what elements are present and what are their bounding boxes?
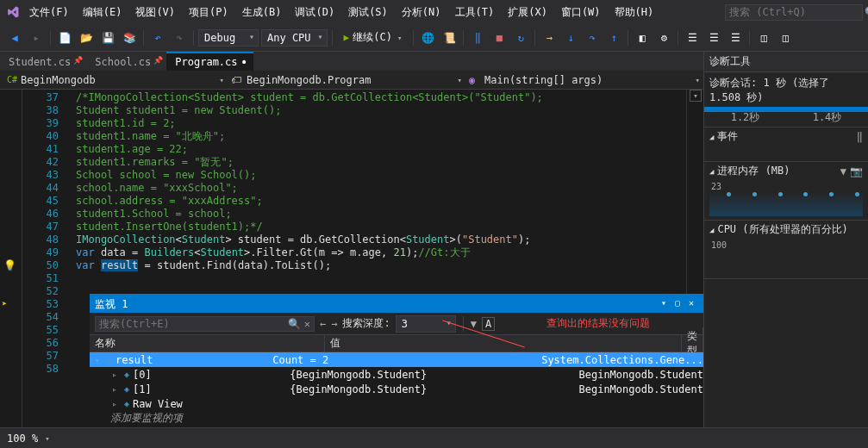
clear-icon[interactable]: ✕ (304, 318, 310, 330)
nav-back-button[interactable]: ◀ (5, 28, 24, 47)
save-all-button[interactable]: 📚 (120, 28, 139, 47)
continue-label: 继续(C) (353, 30, 392, 45)
new-project-button[interactable]: 📄 (55, 28, 74, 47)
events-pause-button[interactable]: ‖ (857, 131, 863, 143)
diag-timeline[interactable]: 1.2秒 1.4秒 (704, 109, 868, 128)
method-icon: ◉ (469, 74, 481, 86)
watch-row[interactable]: ▹◈[0]{BeginMongodb.Student}BeginMongodb.… (90, 367, 703, 382)
step-over-button[interactable]: ↷ (583, 28, 602, 47)
nav-project-combo[interactable]: C# BeginMongodb (3, 72, 228, 88)
watch-row[interactable]: ▿◈resultCount = 2System.Collections.Gene… (90, 352, 703, 367)
memory-chart[interactable]: 23 (709, 182, 863, 216)
menu-test[interactable]: 测试(S) (343, 3, 393, 22)
menu-tools[interactable]: 工具(T) (450, 3, 500, 22)
match-case-button[interactable]: A (482, 317, 495, 331)
menu-project[interactable]: 项目(P) (184, 3, 234, 22)
zoom-level[interactable]: 100 % (7, 432, 38, 445)
watch-row[interactable]: ▹◈[1]{BeginMongodb.Student}BeginMongodb.… (90, 382, 703, 396)
restart-button[interactable]: ↻ (511, 28, 530, 47)
cpu-chart[interactable]: 100 (709, 240, 863, 275)
quick-launch-input[interactable] (729, 6, 861, 18)
menu-build[interactable]: 生成(B) (237, 3, 287, 22)
search-right-button[interactable]: → (331, 318, 337, 330)
window-dropdown-icon[interactable]: ▾ (657, 298, 671, 310)
code-nav-bar: C# BeginMongodb 🏷 BeginMongodb.Program ◉… (0, 71, 703, 90)
memory-header[interactable]: ◢ 进程内存 (MB) ▼ 📷 (704, 162, 868, 180)
zoom-dropdown-icon[interactable]: ▾ (45, 434, 49, 443)
status-bar: 100 % ▾ (0, 427, 868, 448)
class-icon: 🏷 (231, 74, 243, 86)
menu-view[interactable]: 视图(V) (130, 3, 180, 22)
chevron-down-icon: ◢ (709, 226, 714, 234)
diagnostics-panel: 诊断工具 诊断会话: 1 秒 (选择了 1.508 秒) 1.2秒 1.4秒 ◢… (703, 52, 868, 427)
cpu-value: 100 (711, 240, 727, 250)
csharp-project-icon: C# (7, 75, 17, 84)
split-toggle-icon[interactable]: ▾ (690, 90, 702, 102)
save-button[interactable]: 💾 (98, 28, 117, 47)
tool-d-button[interactable]: ☰ (704, 28, 723, 47)
menu-debug[interactable]: 调试(D) (290, 3, 340, 22)
main-menubar: 文件(F) 编辑(E) 视图(V) 项目(P) 生成(B) 调试(D) 测试(S… (0, 0, 868, 24)
quick-launch-search[interactable]: 🔍 (725, 4, 863, 21)
watch-titlebar[interactable]: 监视 1 ▾ ▢ ✕ (90, 296, 703, 313)
timeline-tick: 1.4秒 (813, 110, 842, 125)
cpu-header[interactable]: ◢ CPU (所有处理器的百分比) (704, 221, 868, 239)
tool-c-button[interactable]: ☰ (683, 28, 702, 47)
timeline-tick: 1.2秒 (731, 110, 760, 125)
snapshot-button[interactable]: ▼ (840, 165, 846, 177)
events-header[interactable]: ◢ 事件 ‖ (704, 128, 868, 146)
show-next-button[interactable]: → (540, 28, 559, 47)
menu-help[interactable]: 帮助(H) (609, 3, 659, 22)
tool-a-button[interactable]: ◧ (633, 28, 652, 47)
lightbulb-icon[interactable]: 💡 (3, 259, 16, 271)
pause-button[interactable]: ‖ (468, 28, 487, 47)
config-combo[interactable]: Debug (198, 29, 259, 47)
nav-class-combo[interactable]: 🏷 BeginMongodb.Program (228, 72, 465, 88)
add-watch-prompt[interactable]: 添加要监视的项 (90, 411, 703, 426)
watch-panel: 监视 1 ▾ ▢ ✕ 🔍 ✕ ← → 搜索深度: 3 ▼ A 查询出的结果没 (90, 294, 703, 427)
tab-program[interactable]: Program.cs (166, 52, 253, 71)
menu-extensions[interactable]: 扩展(X) (503, 3, 553, 22)
menu-file[interactable]: 文件(F) (24, 3, 74, 22)
nav-fwd-button[interactable]: ▸ (27, 28, 46, 47)
tool-b-button[interactable]: ⚙ (654, 28, 673, 47)
tool-g-button[interactable]: ◫ (776, 28, 795, 47)
menu-edit[interactable]: 编辑(E) (78, 3, 128, 22)
filter-icon[interactable]: ▼ (471, 318, 477, 330)
main-toolbar: ◀ ▸ 📄 📂 💾 📚 ↶ ↷ Debug Any CPU ▶ 继续(C) ▾ … (0, 24, 868, 52)
breakpoint-margin[interactable]: 💡 ➤ (0, 90, 22, 427)
search-left-button[interactable]: ← (320, 318, 326, 330)
undo-button[interactable]: ↶ (148, 28, 167, 47)
vs-logo-icon (5, 4, 21, 20)
close-icon[interactable]: ✕ (684, 298, 698, 310)
watch-search-input[interactable] (99, 318, 288, 330)
gc-button[interactable]: 📷 (850, 165, 863, 177)
maximize-icon[interactable]: ▢ (671, 298, 684, 310)
chevron-down-icon: ◢ (709, 133, 714, 141)
col-name[interactable]: 名称 (90, 334, 325, 352)
nav-method-combo[interactable]: ◉ Main(string[] args) (465, 72, 703, 88)
step-into-button[interactable]: ↓ (561, 28, 580, 47)
open-file-button[interactable]: 📂 (77, 28, 96, 47)
menu-window[interactable]: 窗口(W) (556, 3, 606, 22)
tool-f-button[interactable]: ◫ (754, 28, 773, 47)
tab-student[interactable]: Student.cs (0, 53, 86, 71)
watch-toolbar: 🔍 ✕ ← → 搜索深度: 3 ▼ A 查询出的结果没有问题 (90, 313, 703, 335)
diag-title[interactable]: 诊断工具 (704, 52, 868, 72)
watch-search[interactable]: 🔍 ✕ (95, 316, 315, 332)
col-value[interactable]: 值 (325, 334, 682, 352)
watch-row[interactable]: ▹◈Raw View (90, 396, 703, 411)
continue-button[interactable]: ▶ 继续(C) ▾ (337, 28, 409, 47)
platform-combo[interactable]: Any CPU (261, 29, 328, 47)
tool-e-button[interactable]: ☰ (726, 28, 745, 47)
depth-combo[interactable]: 3 (396, 315, 456, 333)
redo-button[interactable]: ↷ (170, 28, 189, 47)
script-button[interactable]: 📜 (440, 28, 459, 47)
stop-button[interactable]: ■ (490, 28, 509, 47)
browser-button[interactable]: 🌐 (418, 28, 437, 47)
diag-title-label: 诊断工具 (709, 54, 751, 69)
watch-header-row: 名称 值 类型 (90, 335, 703, 352)
step-out-button[interactable]: ↑ (604, 28, 623, 47)
tab-school[interactable]: School.cs (86, 53, 166, 71)
menu-analyze[interactable]: 分析(N) (397, 3, 446, 22)
